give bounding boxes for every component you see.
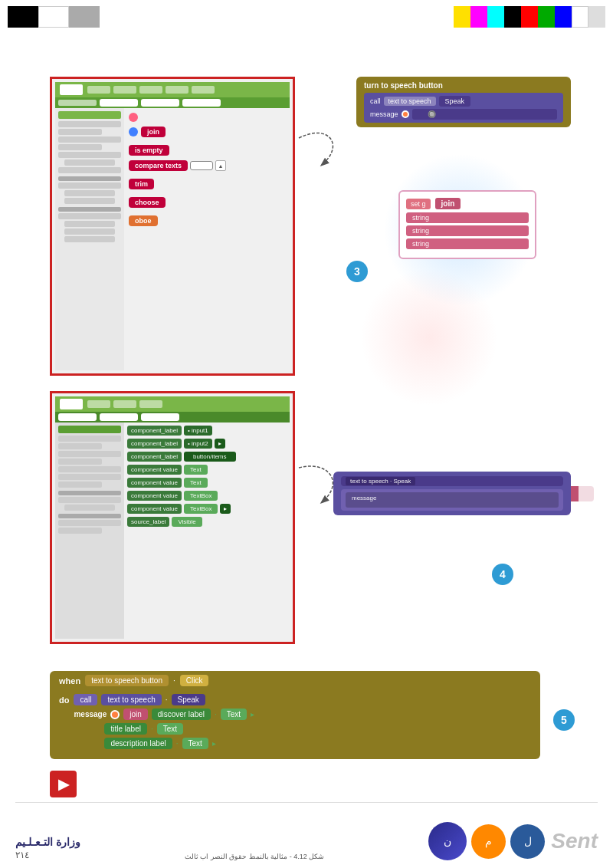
- sb1-nav: [87, 86, 215, 94]
- arabic-logo-text-1: ن: [444, 835, 451, 848]
- sb2-sidebar-item-1: [58, 436, 121, 442]
- triangle-3: ▸: [212, 739, 216, 748]
- sb1-block-row-4: trim: [129, 176, 285, 189]
- color-yellow: [454, 6, 470, 28]
- sb2-sidebar-item-5: [58, 466, 121, 472]
- join-string-3: string: [406, 238, 529, 249]
- sb2-sidebar-item-9: [64, 505, 115, 511]
- join-inline-block: join: [123, 709, 148, 720]
- arabic-logo-1: ن: [428, 822, 467, 860]
- sb1-sidebar-item-2: [58, 129, 102, 135]
- color-bar-right: [454, 6, 605, 28]
- tts-message-label: message: [370, 110, 398, 118]
- discover-label-block: discover label: [152, 709, 211, 720]
- sb1-compare-input: [190, 161, 213, 170]
- sb1-nav-item-2: [113, 86, 136, 94]
- sb2-comp-value-1: component value: [127, 465, 182, 475]
- sb1-topbar: [55, 82, 290, 97]
- tts-call-label: call: [370, 97, 381, 105]
- do-call-label: call: [74, 694, 97, 705]
- color-red: [521, 6, 538, 28]
- sb2-text-1: Text: [184, 465, 208, 475]
- sb1-block-row-2: is empty: [129, 142, 285, 156]
- when-event-block: text to speech button: [85, 675, 169, 686]
- footer-caption: شكل 4.12 - مثالية بالنمط حقوق النصر اب ث…: [185, 853, 325, 860]
- sb1-sidebar-item-6: [64, 159, 115, 166]
- sb2-row-7: component value TextBox ▸: [127, 504, 287, 514]
- sb1-sub-btn-2: [141, 99, 179, 107]
- sb1-block-join: join: [141, 127, 166, 137]
- message-row: message join discover label · Text ▸: [74, 709, 531, 720]
- title-label-block: title label: [104, 723, 146, 735]
- arabic-logo-2: م: [471, 824, 506, 859]
- sb2-sidebar: [55, 422, 124, 639]
- sb2-sidebar-item-6: [58, 474, 121, 480]
- tts-message-row: message 🔘: [370, 109, 557, 120]
- sb2-sidebar-item-10: [58, 520, 121, 526]
- main-content: join is empty compare texts ▲: [0, 42, 613, 868]
- color-light-gray: [588, 6, 605, 28]
- color-gray: [69, 6, 100, 28]
- sb2-input-2: • input2: [184, 439, 212, 449]
- description-label-row: description label · Text ▸: [104, 738, 531, 749]
- sb1-block-isempty: is empty: [129, 145, 169, 156]
- tts-message-input: 🔘: [412, 109, 557, 120]
- when-dot-sep: ·: [173, 676, 175, 685]
- sb2-nav-item-2: [113, 400, 136, 408]
- step4-header-label: text to speech · Speak: [346, 477, 415, 485]
- sb1-sidebar-item-5: [58, 152, 121, 158]
- step3-area: turn to speech button call text to speec…: [356, 77, 571, 130]
- sb2-comp-value-3: component value: [127, 491, 182, 501]
- page-number: ٢١٤: [15, 850, 29, 860]
- sb2-main: component_label • input1 component_label…: [124, 422, 290, 639]
- sb2-sub-btn-1: [58, 413, 97, 421]
- join-block-step3: set g join string string string: [398, 190, 536, 259]
- sb1-sub-item-1: [58, 100, 97, 106]
- sb2-sidebar-item-7: [58, 482, 102, 488]
- step5-logo-icon: ▶: [50, 771, 77, 797]
- sb2-textbox-1: TextBox: [184, 491, 218, 501]
- sb2-row-8: source_label Visible: [127, 517, 287, 527]
- sb1-sub-btn-3: [182, 99, 221, 107]
- step4-body: message: [341, 489, 563, 511]
- color-cyan: [487, 6, 504, 28]
- footer-center: شكل 4.12 - مثالية بالنمط حقوق النصر اب ث…: [80, 853, 428, 860]
- sb1-sidebar-item-14: [64, 236, 115, 242]
- bottom-divider: [15, 802, 598, 803]
- step5-bottom-bar: [50, 753, 540, 759]
- step-5-circle: 5: [553, 709, 575, 731]
- arabic-logo-text-2: م: [485, 835, 492, 848]
- color-blue: [555, 6, 572, 28]
- sb1-sidebar: [55, 108, 124, 370]
- sb2-sidebar-item-8: [58, 497, 121, 503]
- step5-logo-area: ▶: [50, 771, 77, 797]
- sb1-inner: join is empty compare texts ▲: [52, 79, 293, 373]
- sb1-sidebar-item-1: [58, 121, 121, 127]
- sb2-sidebar-header: [58, 426, 121, 433]
- arabic-logos: ن م ل: [428, 822, 545, 860]
- sb1-nav-item-4: [166, 86, 188, 94]
- sb2-comp-value-2: component value: [127, 478, 182, 488]
- sb1-sidebar-section-1: [58, 176, 121, 181]
- tts-speak-label: Speak: [439, 96, 471, 107]
- do-speak-label: Speak: [172, 694, 205, 705]
- join-string-2: string: [406, 225, 529, 236]
- step-4-circle: 4: [492, 564, 513, 585]
- sb2-comp-value-4: component value: [127, 504, 182, 514]
- color-white: [38, 6, 69, 28]
- text-block-3: Text: [182, 738, 208, 749]
- color-magenta: [470, 6, 487, 28]
- tts-tts-label: text to speech: [384, 97, 436, 106]
- tts-radio-icon: [402, 110, 409, 118]
- sb1-sidebar-item-10: [64, 198, 115, 204]
- do-dot-sep: ·: [166, 695, 168, 704]
- sb2-row-2: component_label • input2 ▸: [127, 439, 287, 449]
- sb2-nav: [87, 400, 162, 408]
- sb2-row-1: component_label • input1: [127, 426, 287, 436]
- sb2-row-3: component_label button/items: [127, 452, 287, 462]
- arabic-logo-text-3: ل: [524, 835, 532, 847]
- sb1-block-extra1: oboe: [129, 215, 158, 226]
- do-call-row: call text to speech · Speak: [74, 694, 531, 705]
- sent-watermark: Sent: [551, 829, 598, 853]
- sb2-row-6: component value TextBox: [127, 491, 287, 501]
